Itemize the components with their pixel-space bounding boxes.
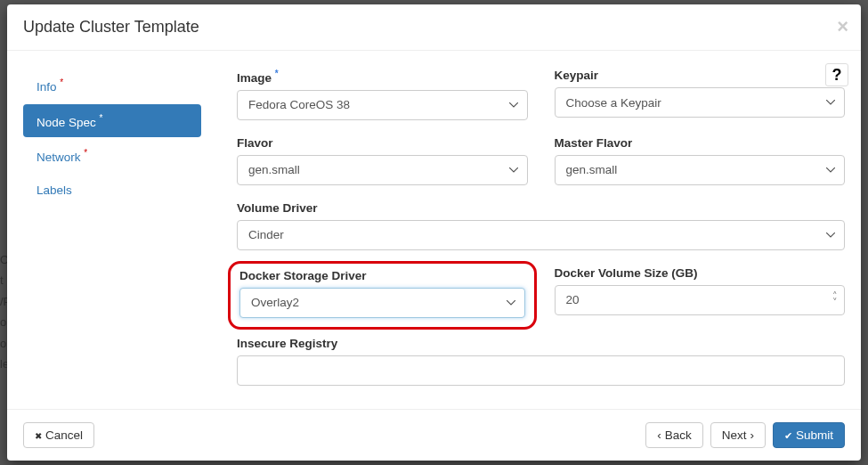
modal-footer: Cancel ‹ Back Next › Submit [7,409,861,461]
keypair-select[interactable]: Choose a Keypair [555,87,846,118]
update-cluster-template-modal: Update Cluster Template × ? Info * Node … [7,4,861,461]
sidebar-item-label: Info [37,80,57,94]
number-stepper-icon[interactable]: ˄˅ [832,293,838,306]
chevron-left-icon: ‹ [657,428,661,442]
keypair-label: Keypair [555,69,846,82]
field-docker-storage-driver: Docker Storage Driver Overlay2 [237,266,528,321]
submit-button[interactable]: Submit [773,422,845,448]
form-area: Image * Fedora CoreOS 38 Keypair Choose … [201,69,845,409]
volume-driver-select[interactable]: Cinder [237,220,845,250]
docker-storage-driver-label: Docker Storage Driver [239,269,525,282]
required-star-icon: * [60,78,63,87]
docker-volume-size-label: Docker Volume Size (GB) [555,266,846,280]
cancel-button[interactable]: Cancel [23,422,94,448]
sidebar-item-node-spec[interactable]: Node Spec * [23,104,201,138]
x-icon [35,428,42,442]
field-keypair: Keypair Choose a Keypair [555,69,846,120]
check-icon [784,428,792,442]
image-label: Image * [237,69,528,85]
close-icon[interactable]: × [837,15,848,38]
next-button[interactable]: Next › [710,422,766,448]
flavor-select[interactable]: gen.small [237,155,528,185]
volume-driver-label: Volume Driver [237,201,845,215]
field-volume-driver: Volume Driver Cinder [237,201,845,250]
sidebar-item-info[interactable]: Info * [23,69,201,102]
insecure-registry-label: Insecure Registry [237,337,845,350]
modal-body: Info * Node Spec * Network * Labels Imag… [7,51,861,409]
field-docker-volume-size: Docker Volume Size (GB) ˄˅ [555,266,846,321]
highlight-callout: Docker Storage Driver Overlay2 [228,261,537,330]
required-star-icon: * [275,69,279,78]
wizard-sidebar: Info * Node Spec * Network * Labels [23,69,201,409]
chevron-right-icon: › [750,428,754,442]
master-flavor-select[interactable]: gen.small [555,155,846,185]
sidebar-item-label: Network [37,151,81,164]
footer-right-group: ‹ Back Next › Submit [645,422,845,448]
field-flavor: Flavor gen.small [237,136,528,185]
back-button[interactable]: ‹ Back [645,422,703,448]
help-icon[interactable]: ? [825,63,848,86]
field-insecure-registry: Insecure Registry [237,337,845,386]
field-image: Image * Fedora CoreOS 38 [237,69,528,120]
docker-storage-driver-select[interactable]: Overlay2 [239,288,525,318]
insecure-registry-input[interactable] [237,355,845,386]
modal-title: Update Cluster Template [23,18,845,37]
sidebar-item-labels[interactable]: Labels [23,175,201,206]
sidebar-item-label: Labels [37,184,72,197]
required-star-icon: * [100,113,103,123]
modal-header: Update Cluster Template × [7,4,861,50]
field-master-flavor: Master Flavor gen.small [555,136,846,185]
required-star-icon: * [84,148,87,158]
sidebar-item-label: Node Spec [37,115,96,128]
docker-volume-size-input[interactable] [555,285,846,315]
sidebar-item-network[interactable]: Network * [23,139,201,173]
flavor-label: Flavor [237,136,528,150]
image-select[interactable]: Fedora CoreOS 38 [237,90,528,120]
master-flavor-label: Master Flavor [555,136,846,150]
